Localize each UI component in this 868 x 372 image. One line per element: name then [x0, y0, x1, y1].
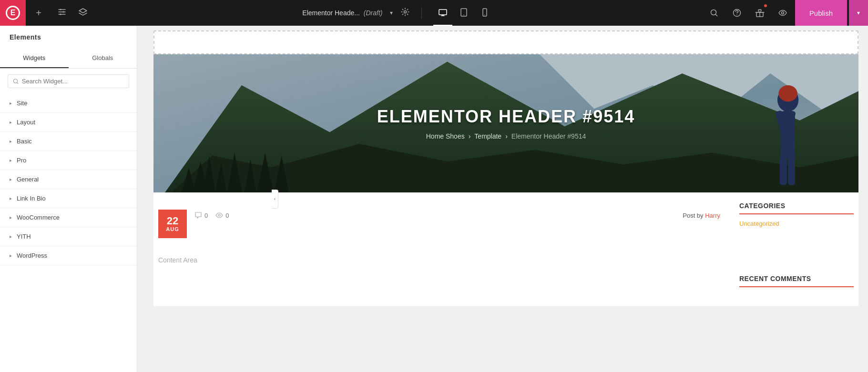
breadcrumb-home[interactable]: Home Shoes [426, 132, 465, 140]
breadcrumb-template[interactable]: Template [474, 132, 501, 140]
tablet-device-button[interactable] [454, 0, 473, 26]
search-button[interactable] [704, 0, 725, 26]
elementor-logo[interactable]: E [0, 0, 26, 26]
main-layout: Elements Widgets Globals Site Layout Bas… [0, 26, 868, 372]
layers-button[interactable] [72, 0, 93, 26]
sidebar-item-wordpress[interactable]: WordPress [0, 246, 137, 265]
layers-icon [78, 7, 88, 19]
tab-widgets[interactable]: Widgets [0, 49, 69, 68]
device-buttons [433, 0, 494, 26]
add-widget-button[interactable]: + [26, 0, 51, 26]
gift-button[interactable] [749, 0, 770, 26]
customize-icon [57, 7, 67, 19]
hero-title: ELEMENTOR HEADER #9514 [377, 107, 635, 127]
breadcrumb-current: Elementor Header #9514 [511, 132, 586, 140]
post-meta-row: 0 0 Post by Harry [194, 211, 720, 219]
hero-section: ELEMENTOR HEADER #9514 Home Shoes › Temp… [153, 54, 858, 192]
canvas-area: ELEMENTOR HEADER #9514 Home Shoes › Temp… [144, 26, 868, 372]
svg-point-11 [736, 14, 737, 15]
hero-breadcrumb: Home Shoes › Template › Elementor Header… [426, 132, 586, 140]
panel-tabs: Widgets Globals [0, 49, 137, 69]
breadcrumb-sep-2: › [505, 132, 508, 140]
recent-comments-section: RECENT COMMENTS [739, 275, 854, 287]
sidebar-item-basic[interactable]: Basic [0, 132, 137, 151]
post-header: 22 AUG 0 0 [158, 202, 720, 242]
topbar-right: Publish ▾ [704, 0, 868, 26]
panel-collapse-handle[interactable]: ‹ [272, 190, 278, 209]
search-icon [13, 78, 19, 85]
logo-letter: E [6, 6, 20, 20]
author-link[interactable]: Harry [705, 212, 720, 219]
views-icon [215, 211, 223, 219]
svg-point-2 [60, 14, 61, 15]
categories-title: CATEGORIES [739, 202, 854, 214]
search-widget-input-wrap[interactable] [8, 74, 129, 88]
post-area: 22 AUG 0 0 [153, 192, 858, 306]
topbar-center: Elementor Heade... (Draft) ▾ [93, 0, 704, 26]
desktop-device-button[interactable] [433, 0, 452, 26]
svg-point-9 [711, 10, 716, 15]
categories-section: CATEGORIES Uncategorized [739, 202, 854, 227]
recent-comments-title: RECENT COMMENTS [739, 275, 854, 287]
help-button[interactable] [726, 0, 747, 26]
content-area-label: Content Area [158, 256, 720, 264]
svg-point-1 [63, 11, 64, 13]
post-date-day: 22 [167, 216, 178, 226]
header-placeholder[interactable] [153, 30, 858, 54]
chevron-down-icon: ▾ [857, 10, 860, 16]
comments-icon [194, 211, 202, 219]
sidebar-item-yith[interactable]: YITH [0, 227, 137, 246]
publish-button[interactable]: Publish [795, 0, 847, 26]
search-box [0, 69, 137, 94]
mobile-device-button[interactable] [475, 0, 494, 26]
post-date-month: AUG [166, 226, 179, 232]
svg-point-8 [485, 15, 486, 16]
post-date-box: 22 AUG [158, 210, 187, 238]
post-by: Post by Harry [683, 212, 720, 219]
sidebar-item-woocommerce[interactable]: WooCommerce [0, 208, 137, 227]
comments-count: 0 [194, 211, 208, 219]
publish-dropdown-button[interactable]: ▾ [849, 0, 868, 26]
svg-point-35 [218, 214, 220, 216]
svg-point-3 [404, 11, 407, 13]
sidebar-item-site[interactable]: Site [0, 94, 137, 113]
post-sidebar: CATEGORIES Uncategorized RECENT COMMENTS [735, 192, 858, 306]
views-count: 0 [215, 211, 229, 219]
left-panel: Elements Widgets Globals Site Layout Bas… [0, 26, 137, 372]
sidebar-item-link-in-bio[interactable]: Link In Bio [0, 189, 137, 208]
page-title: Elementor Heade... (Draft) [302, 9, 382, 17]
settings-icon[interactable] [400, 7, 410, 19]
sidebar-item-pro[interactable]: Pro [0, 151, 137, 170]
tab-globals[interactable]: Globals [69, 49, 137, 68]
svg-point-13 [781, 12, 784, 14]
svg-point-0 [60, 9, 61, 10]
hero-content: ELEMENTOR HEADER #9514 Home Shoes › Temp… [153, 54, 858, 192]
uncategorized-link[interactable]: Uncategorized [739, 220, 854, 227]
customize-button[interactable] [51, 0, 72, 26]
svg-rect-4 [439, 10, 447, 15]
breadcrumb-sep-1: › [469, 132, 471, 140]
post-main: 22 AUG 0 0 [153, 192, 725, 306]
panel-title: Elements [0, 26, 137, 49]
add-icon: + [36, 8, 41, 19]
sidebar-item-layout[interactable]: Layout [0, 113, 137, 132]
sidebar-item-general[interactable]: General [0, 170, 137, 189]
title-dropdown-icon[interactable]: ▾ [390, 10, 393, 16]
post-meta-container: 0 0 Post by Harry [194, 210, 720, 219]
chevron-left-icon: ‹ [274, 196, 276, 201]
svg-point-6 [464, 15, 465, 16]
topbar: E + Elementor Heade... (Draft) ▾ [0, 0, 868, 26]
preview-eye-button[interactable] [772, 0, 793, 26]
search-widget-input[interactable] [22, 78, 124, 85]
